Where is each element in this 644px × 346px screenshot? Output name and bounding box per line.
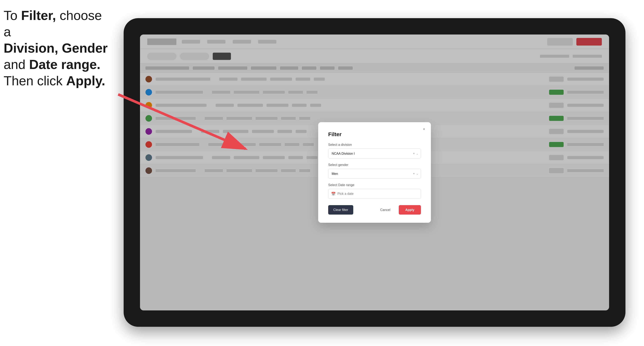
tablet-device: × Filter Select a division NCAA Division…	[124, 18, 626, 327]
modal-backdrop: × Filter Select a division NCAA Division…	[140, 34, 609, 310]
gender-select[interactable]: Men Women Coed	[328, 169, 421, 179]
tablet-screen: × Filter Select a division NCAA Division…	[140, 34, 609, 310]
instruction-bold-date: Date range.	[29, 57, 100, 72]
date-input-wrapper: 📅	[328, 189, 421, 199]
modal-actions: Clear filter Cancel Apply	[328, 205, 421, 215]
date-range-input[interactable]	[328, 189, 421, 199]
division-form-group: Select a division NCAA Division I NCAA D…	[328, 143, 421, 159]
division-select[interactable]: NCAA Division I NCAA Division II NCAA Di…	[328, 149, 421, 159]
apply-button[interactable]: Apply	[399, 205, 421, 215]
cancel-button[interactable]: Cancel	[375, 205, 396, 215]
instruction-bold-filter: Filter,	[21, 8, 56, 23]
instruction-bold-division-gender: Division, Gender	[4, 41, 108, 55]
modal-title: Filter	[328, 131, 421, 137]
gender-select-wrapper: Men Women Coed × ⌄	[328, 169, 421, 179]
clear-filter-button[interactable]: Clear filter	[328, 205, 353, 215]
date-form-group: Select Date range 📅	[328, 183, 421, 199]
instruction-text: To Filter, choose a Division, Gender and…	[4, 7, 109, 89]
division-select-wrapper: NCAA Division I NCAA Division II NCAA Di…	[328, 149, 421, 159]
gender-label: Select gender	[328, 163, 421, 167]
date-label: Select Date range	[328, 183, 421, 187]
modal-right-actions: Cancel Apply	[375, 205, 421, 215]
instruction-bold-apply: Apply.	[66, 74, 105, 88]
close-icon: ×	[423, 127, 425, 131]
filter-modal: × Filter Select a division NCAA Division…	[318, 122, 431, 223]
gender-form-group: Select gender Men Women Coed × ⌄	[328, 163, 421, 179]
division-label: Select a division	[328, 143, 421, 147]
modal-close-button[interactable]: ×	[421, 126, 427, 132]
